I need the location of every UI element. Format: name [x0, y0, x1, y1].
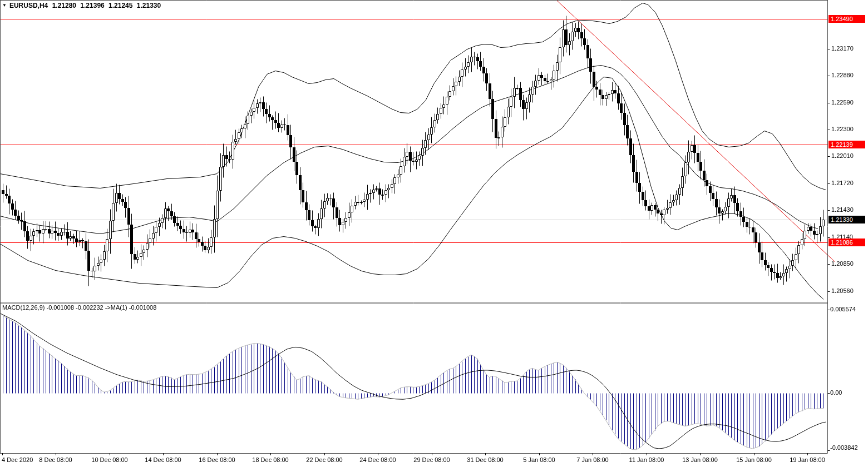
high-value: 1.21396 — [80, 2, 104, 9]
level-price-badge-1: 1.23490 — [828, 15, 865, 23]
price-tick-label: 1.20850 — [831, 260, 854, 267]
price-tick-label: 1.22880 — [831, 72, 854, 78]
time-axis-label: 11 Jan 08:00 — [622, 456, 672, 463]
time-axis-label: 16 Dec 08:00 — [192, 456, 242, 463]
macd-tick-label: -0.003842 — [830, 444, 858, 451]
time-axis-label: 5 Jan 08:00 — [514, 456, 564, 463]
macd-indicator-label: MACD(12,26,9) -0.001008 -0.002232 ->MA(1… — [2, 304, 156, 311]
price-tick-label: 1.23170 — [831, 45, 854, 52]
chart-canvas[interactable] — [0, 0, 868, 467]
level-price-badge-3: 1.21086 — [828, 239, 865, 246]
symbol-timeframe: EURUSD,H4 — [9, 2, 48, 9]
macd-tick-label: 0.005574 — [830, 306, 856, 312]
open-value: 1.21280 — [52, 2, 76, 9]
time-axis-label: 13 Jan 08:00 — [675, 456, 725, 463]
ohlc-info-bar: ▼EURUSD,H4 1.21280 1.21396 1.21245 1.213… — [2, 2, 163, 9]
time-axis-label: 8 Dec 08:00 — [31, 456, 81, 463]
time-axis-label: 19 Jan 08:00 — [782, 456, 832, 463]
time-axis-label: 24 Dec 08:00 — [353, 456, 403, 463]
level-price-badge-2: 1.22139 — [828, 141, 865, 148]
close-value: 1.21330 — [137, 2, 161, 9]
price-tick-label: 1.22300 — [831, 126, 854, 132]
time-axis-label: 10 Dec 08:00 — [85, 456, 135, 463]
time-axis-label: 4 Dec 2020 — [2, 456, 33, 463]
price-tick-label: 1.20560 — [831, 287, 854, 294]
time-axis-label: 7 Jan 08:00 — [568, 456, 618, 463]
time-axis-label: 18 Dec 08:00 — [245, 456, 295, 463]
time-axis-label: 15 Jan 08:00 — [729, 456, 779, 463]
time-axis-label: 22 Dec 08:00 — [299, 456, 349, 463]
macd-tick-label: 0.00 — [830, 389, 842, 396]
chart-window: ▼EURUSD,H4 1.21280 1.21396 1.21245 1.213… — [0, 0, 868, 467]
current-price-badge: 1.21330 — [828, 216, 865, 223]
low-value: 1.21245 — [108, 2, 132, 9]
price-tick-label: 1.22010 — [831, 152, 854, 159]
price-tick-label: 1.21430 — [831, 206, 854, 213]
time-axis-label: 31 Dec 08:00 — [460, 456, 510, 463]
price-tick-label: 1.21720 — [831, 180, 854, 186]
symbol-dropdown-icon: ▼ — [2, 3, 7, 8]
time-axis-label: 14 Dec 08:00 — [138, 456, 188, 463]
time-axis-label: 29 Dec 08:00 — [407, 456, 457, 463]
price-tick-label: 1.22590 — [831, 99, 854, 106]
